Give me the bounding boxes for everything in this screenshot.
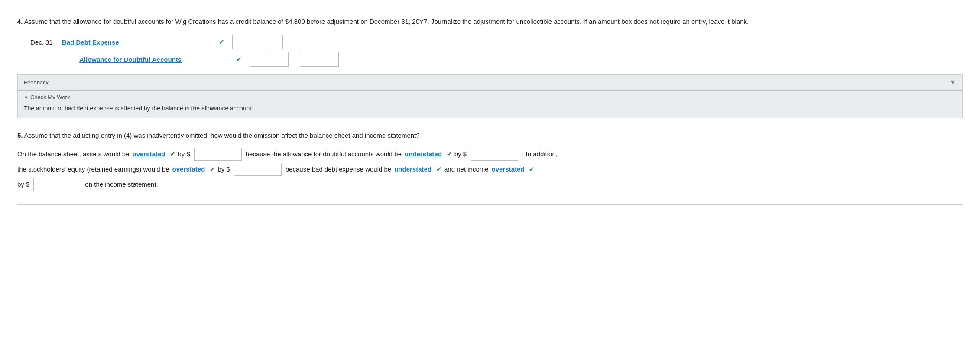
q5-line-2: the stockholders' equity (retained earni…	[17, 162, 963, 176]
check-icon-3: ✔	[170, 147, 175, 161]
allowance-credit-input[interactable]	[300, 52, 339, 67]
q5-number: 5.	[17, 132, 23, 139]
journal-row-1: Dec. 31 Bad Debt Expense ✔	[30, 35, 963, 49]
q5-line3-before: by $	[17, 177, 29, 191]
q5-line1-by: by $	[454, 147, 467, 161]
allowance-amount-input[interactable]	[473, 149, 516, 160]
q5-line2-before: the stockholders' equity (retained earni…	[17, 162, 169, 176]
bad-debt-credit-input[interactable]	[282, 35, 321, 49]
question-5-block: 5. Assume that the adjusting entry in (4…	[17, 123, 963, 197]
q5-line-1: On the balance sheet, assets would be ov…	[17, 147, 963, 161]
q5-line3-after: on the income statement.	[85, 177, 158, 191]
journal-table: Dec. 31 Bad Debt Expense ✔ Allowance for…	[30, 35, 963, 67]
feedback-body-text: The amount of bad debt expense is affect…	[18, 102, 962, 118]
income-amount-input[interactable]	[36, 179, 79, 190]
overstated-answer-2: overstated	[172, 162, 205, 176]
bad-debt-expense-account: Bad Debt Expense	[62, 39, 209, 46]
q5-line1-after: because the allowance for doubtful accou…	[246, 147, 402, 161]
check-icon-7: ✔	[529, 162, 535, 176]
understated-answer-1: understated	[405, 147, 442, 161]
journal-row-2: Allowance for Doubtful Accounts ✔	[30, 52, 963, 67]
q5-line2-mid: by $	[217, 162, 230, 176]
feedback-triangle-icon[interactable]: ▼	[949, 78, 956, 86]
feedback-box: Feedback ▼ ▼ Check My Work The amount of…	[17, 74, 963, 118]
q5-line2-after: because bad debt expense would be	[286, 162, 391, 176]
check-icon-2: ✔	[236, 55, 242, 63]
q5-line1-before: On the balance sheet, assets would be	[17, 147, 130, 161]
question-4-text: 4. Assume that the allowance for doubtfu…	[17, 16, 963, 27]
check-my-work-label: Check My Work	[30, 94, 70, 100]
journal-date: Dec. 31	[30, 39, 54, 46]
question-5-text: 5. Assume that the adjusting entry in (4…	[17, 130, 963, 141]
check-work-arrow-icon: ▼	[24, 95, 29, 100]
check-icon-4: ✔	[447, 147, 452, 161]
page-container: 4. Assume that the allowance for doubtfu…	[0, 0, 980, 214]
allowance-debit-input[interactable]	[250, 52, 289, 67]
overstated-answer-1: overstated	[133, 147, 165, 161]
q4-number: 4.	[17, 18, 23, 25]
check-icon-5: ✔	[210, 162, 215, 176]
asset-amount-input-wrap[interactable]	[194, 148, 242, 161]
feedback-header: Feedback ▼	[18, 75, 962, 90]
q5-line1-end: . In addition,	[522, 147, 558, 161]
check-icon-6: ✔	[436, 162, 442, 176]
q5-line-3: by $ on the income statement.	[17, 177, 963, 191]
overstated-answer-3: overstated	[492, 162, 525, 176]
asset-amount-input[interactable]	[196, 149, 240, 160]
q5-line1-mid: by $	[178, 147, 190, 161]
bad-debt-debit-input[interactable]	[232, 35, 271, 49]
feedback-label: Feedback	[24, 79, 49, 86]
allowance-amount-input-wrap[interactable]	[471, 148, 518, 161]
equity-amount-input[interactable]	[236, 164, 279, 175]
equity-amount-input-wrap[interactable]	[234, 163, 282, 176]
check-icon-1: ✔	[219, 38, 224, 46]
question-4-block: 4. Assume that the allowance for doubtfu…	[17, 9, 963, 123]
q5-line2-and: and net income	[444, 162, 489, 176]
allowance-account: Allowance for Doubtful Accounts	[79, 56, 227, 63]
income-amount-input-wrap[interactable]	[33, 178, 81, 191]
understated-answer-2: understated	[394, 162, 432, 176]
bottom-divider	[17, 204, 963, 205]
check-my-work-section[interactable]: ▼ Check My Work	[18, 91, 962, 102]
